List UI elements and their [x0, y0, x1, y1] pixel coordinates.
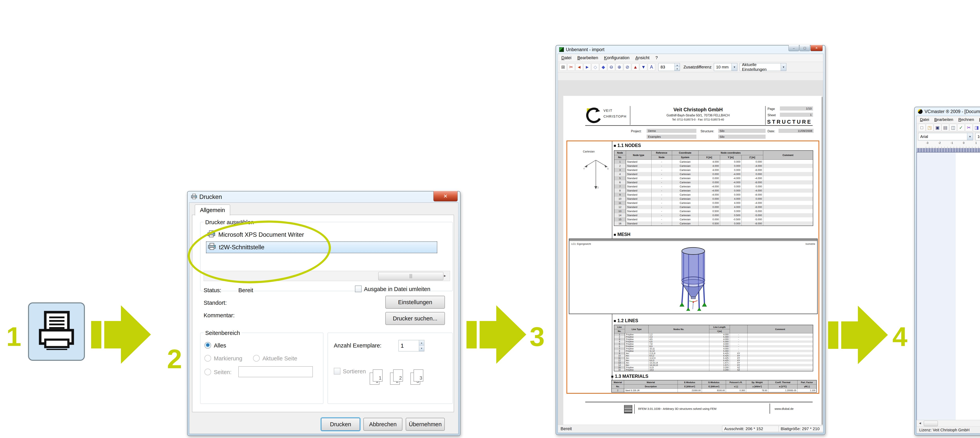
company-logo [585, 107, 603, 126]
menu-hilfe[interactable]: ? [655, 55, 658, 61]
import-icon[interactable]: ◄ [576, 63, 583, 71]
spin-down-icon[interactable]: ▼ [675, 67, 680, 71]
fontsize-combobox[interactable]: 10▼ [975, 133, 980, 140]
chart-blue-icon[interactable]: ▼ [640, 63, 647, 71]
nodes-heading: 1.1 NODES [614, 143, 641, 148]
scrollbar-thumb[interactable] [924, 421, 938, 426]
new-icon[interactable]: □ [918, 124, 926, 131]
zoom-out-icon[interactable]: ⊖ [608, 63, 615, 71]
print-icon[interactable]: ▤ [942, 124, 949, 131]
menu-konfiguration[interactable]: Konfiguration [604, 55, 630, 61]
maximize-button[interactable]: ▢ [800, 45, 810, 51]
page-setup-icon[interactable]: ⊞ [559, 63, 567, 71]
table-cell: 3 [614, 338, 625, 341]
editor-page[interactable]: 1.1 NODES Cartesian X [917, 153, 980, 420]
menu-datei[interactable]: Datei [562, 55, 571, 61]
table-cell: 14 [614, 213, 626, 217]
table-cell: 2 [614, 336, 625, 338]
spin-down-icon[interactable]: ▼ [419, 346, 424, 351]
scrollbar-thumb[interactable] [378, 272, 443, 280]
chart-red-icon[interactable]: ▲ [632, 63, 639, 71]
settings-button[interactable]: Einstellungen [385, 296, 445, 309]
close-button[interactable]: ✕ [810, 45, 822, 51]
cut-icon[interactable]: ✂ [965, 124, 972, 131]
menu-rechnen[interactable]: Rechnen [958, 117, 974, 122]
table-cell: - [730, 341, 747, 343]
flip-horizontal-icon[interactable]: ◇ [592, 63, 599, 71]
print-button-tile[interactable] [28, 303, 85, 361]
table-row: 15Standard-Cartesian0.000-0.500-5.000 [614, 217, 813, 221]
copies-value: 1 [399, 342, 419, 349]
chevron-down-icon[interactable]: ▼ [732, 63, 737, 71]
pages-input[interactable] [238, 366, 313, 377]
save-icon[interactable]: ▣ [934, 124, 941, 131]
preview-statusbar: Bereit Ausschnitt: 206 * 152 Blattgröße:… [558, 425, 823, 433]
print-preview-icon[interactable]: ◫ [950, 124, 957, 131]
font-combobox[interactable]: Arial▼ [918, 133, 973, 140]
minimize-button[interactable]: – [789, 45, 799, 51]
table-row: 8Standard-Cartesian-4.0000.000-4.000 [614, 188, 813, 193]
text-icon[interactable]: A [648, 63, 655, 71]
table-cell: 8,9 [648, 345, 709, 347]
export-icon[interactable]: ► [584, 63, 591, 71]
copies-spinner[interactable]: 1 ▲▼ [398, 340, 424, 351]
table-cell: 1.571 [709, 364, 730, 366]
print-dialog-titlebar[interactable]: Drucken ✕ [188, 191, 460, 202]
spellcheck-icon[interactable]: ✓ [957, 124, 965, 131]
range-selection-radio[interactable] [204, 355, 211, 362]
find-printer-button[interactable]: Drucker suchen... [385, 312, 445, 325]
scroll-left-icon[interactable]: ◄ [917, 420, 923, 427]
preview-workspace: VEIT CHRISTOPH Veit Christoph GmbH Gotth… [558, 80, 823, 425]
table-cell: 21000.00 [678, 389, 702, 393]
menu-datei[interactable]: Datei [920, 117, 929, 122]
table-cell: Cartesian [672, 185, 698, 188]
settings-combobox[interactable]: Aktuelle Einstellungen▼ [740, 63, 786, 71]
zoom-window-icon[interactable]: ⊘ [624, 63, 631, 71]
vcmaster-titlebar[interactable]: VCmaster ® 2009 - [Document1 *] – ▢ ✕ [915, 107, 980, 116]
table-cell [763, 213, 813, 217]
spin-up-icon[interactable]: ▲ [675, 63, 680, 67]
table-cell: Polyline [625, 366, 648, 369]
range-current-radio[interactable] [253, 355, 260, 362]
horizontal-scrollbar[interactable]: ◄ ► [916, 420, 980, 427]
cut-icon[interactable]: ✂ [568, 63, 575, 71]
table-cell: Standard [626, 160, 651, 164]
table-cell: Polyline [625, 336, 648, 338]
table-cell: Cartesian [672, 201, 698, 205]
menu-bearbeiten[interactable]: Bearbeiten [934, 117, 953, 122]
range-all-radio[interactable] [204, 342, 211, 349]
flip-vertical-icon[interactable]: ◆ [600, 63, 607, 71]
preview-titlebar[interactable]: Unbenannt - import – ▢ ✕ [556, 45, 825, 54]
col-line-type: Line Type [625, 325, 648, 333]
cancel-button[interactable]: Abbrechen [363, 418, 402, 431]
close-button[interactable]: ✕ [433, 191, 458, 201]
table-cell: 13 [614, 209, 626, 213]
chevron-down-icon[interactable]: ▼ [781, 63, 786, 71]
print-button[interactable]: Drucken [321, 418, 360, 431]
page-range-group-label: Seitenbereich [204, 330, 242, 336]
scale-spinner[interactable]: 83 ▲▼ [659, 63, 680, 71]
apply-button[interactable]: Übernehmen [406, 418, 445, 431]
print-to-file-checkbox[interactable] [355, 285, 362, 292]
menu-bearbeiten[interactable]: Bearbeiten [577, 55, 598, 61]
sheet-label: Sheet [768, 113, 776, 117]
mm-combobox[interactable]: 10 mm▼ [714, 63, 737, 71]
table-cell [747, 366, 813, 369]
collate-checkbox[interactable] [334, 368, 340, 374]
mesh-heading: MESH [614, 232, 630, 237]
window-title: Unbenannt - import [566, 47, 605, 53]
tab-allgemein[interactable]: Allgemein [195, 205, 230, 215]
range-pages-radio[interactable] [204, 369, 211, 375]
open-icon[interactable]: ◳ [926, 124, 933, 131]
copy-icon[interactable]: ◨ [973, 124, 980, 131]
diff-label: Zusatzdifferenz [684, 65, 711, 69]
zoom-in-icon[interactable]: ⊕ [616, 63, 623, 71]
table-cell [763, 221, 813, 226]
spin-up-icon[interactable]: ▲ [419, 340, 424, 346]
table-cell [763, 180, 813, 185]
chevron-down-icon[interactable]: ▼ [967, 133, 973, 140]
menu-ansicht[interactable]: Ansicht [635, 55, 649, 61]
menu-einfuegen[interactable]: Einfügen [979, 117, 980, 122]
table-cell: 9,6,3 [648, 359, 709, 362]
col-direction [730, 325, 747, 333]
